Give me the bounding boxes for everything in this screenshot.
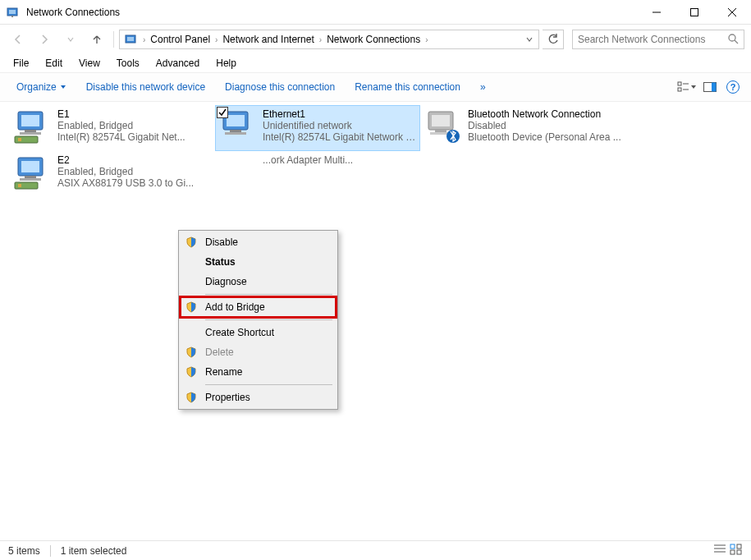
help-button[interactable]: ? (721, 77, 744, 97)
large-icons-view-button[interactable] (730, 544, 743, 558)
organize-button[interactable]: Organize (7, 78, 76, 96)
shield-icon (184, 235, 199, 250)
chevron-right-icon[interactable]: › (318, 35, 323, 44)
svg-rect-29 (435, 130, 446, 132)
menu-view[interactable]: View (71, 56, 108, 71)
network-adapter-icon (13, 108, 53, 145)
more-commands-button[interactable]: » (470, 78, 496, 96)
breadcrumb-network-internet[interactable]: Network and Internet (219, 30, 317, 48)
minimize-button[interactable] (638, 0, 675, 25)
status-selected-count: 1 item selected (61, 545, 127, 557)
svg-rect-26 (225, 132, 246, 135)
breadcrumb-control-panel[interactable]: Control Panel (147, 30, 213, 48)
menu-help[interactable]: Help (208, 56, 245, 71)
connection-device: Intel(R) 82574L Gigabit Net... (57, 131, 185, 143)
svg-rect-2 (11, 16, 13, 17)
view-options-button[interactable] (675, 77, 698, 97)
svg-rect-33 (21, 161, 39, 172)
window-controls (638, 0, 751, 25)
disable-device-button[interactable]: Disable this network device (76, 78, 215, 96)
connection-status: Unidentified network (263, 120, 417, 131)
titlebar: Network Connections (0, 0, 751, 25)
svg-rect-8 (127, 37, 134, 41)
search-input[interactable] (578, 34, 727, 45)
svg-rect-18 (21, 115, 39, 126)
connection-device: Intel(R) 82574L Gigabit Network C... (263, 131, 417, 143)
menu-tools[interactable]: Tools (108, 56, 148, 71)
connection-item-bluetooth[interactable]: Bluetooth Network Connection Disabled Bl… (420, 105, 625, 151)
svg-rect-28 (432, 115, 450, 126)
menu-file[interactable]: File (5, 56, 37, 71)
svg-rect-35 (20, 178, 41, 181)
network-adapter-icon (13, 154, 53, 190)
svg-line-10 (735, 40, 738, 44)
connection-device: ASIX AX88179 USB 3.0 to Gi... (57, 177, 194, 189)
rename-button[interactable]: Rename this connection (345, 78, 470, 96)
app-icon (7, 6, 20, 19)
menu-advanced[interactable]: Advanced (148, 56, 208, 71)
up-button[interactable] (85, 28, 108, 51)
network-adapter-disabled-icon (424, 108, 463, 145)
search-icon[interactable] (727, 33, 739, 47)
maximize-button[interactable] (675, 0, 713, 25)
chevron-right-icon[interactable]: › (424, 35, 429, 44)
svg-rect-43 (730, 550, 735, 554)
ctx-status[interactable]: Status (181, 252, 336, 272)
nav-separator (113, 31, 114, 48)
menubar: File Edit View Tools Advanced Help (0, 54, 751, 72)
checkbox-icon[interactable] (217, 107, 228, 118)
chevron-right-icon[interactable]: › (141, 35, 147, 44)
connection-item-e1[interactable]: E1 Enabled, Bridged Intel(R) 82574L Giga… (10, 105, 215, 151)
svg-rect-44 (737, 550, 741, 554)
ctx-separator (205, 319, 332, 320)
close-button[interactable] (713, 0, 751, 25)
chevron-right-icon[interactable]: › (213, 35, 219, 44)
back-button[interactable] (7, 28, 30, 51)
recent-dropdown[interactable] (59, 28, 82, 51)
svg-rect-24 (227, 115, 245, 126)
ctx-disable[interactable]: Disable (181, 232, 336, 252)
shield-icon (184, 345, 199, 360)
content-area: E1 Enabled, Bridged Intel(R) 82574L Giga… (0, 102, 751, 540)
status-bar: 5 items 1 item selected (0, 540, 751, 560)
shield-icon (184, 390, 199, 405)
svg-rect-1 (9, 10, 16, 14)
status-item-count: 5 items (8, 545, 40, 557)
connection-device: ...ork Adapter Multi... (263, 154, 353, 166)
connection-device: Bluetooth Device (Personal Area ... (468, 131, 621, 143)
svg-rect-34 (25, 176, 36, 178)
nav-row: › Control Panel › Network and Internet ›… (0, 25, 751, 54)
ctx-delete: Delete (181, 342, 336, 362)
refresh-button[interactable] (543, 30, 564, 49)
ctx-diagnose[interactable]: Diagnose (181, 272, 336, 291)
connection-item-partial[interactable]: ...ork Adapter Multi... (215, 151, 420, 197)
breadcrumb-network-connections[interactable]: Network Connections (323, 30, 424, 48)
svg-rect-11 (678, 82, 681, 85)
details-view-button[interactable] (713, 544, 726, 558)
svg-rect-22 (18, 138, 21, 141)
address-bar[interactable]: › Control Panel › Network and Internet ›… (119, 30, 539, 49)
address-dropdown[interactable] (522, 35, 537, 44)
ctx-separator (205, 294, 332, 295)
search-box[interactable] (572, 30, 744, 49)
menu-edit[interactable]: Edit (37, 56, 71, 71)
connection-item-e2[interactable]: E2 Enabled, Bridged ASIX AX88179 USB 3.0… (10, 151, 215, 197)
diagnose-button[interactable]: Diagnose this connection (215, 78, 345, 96)
svg-rect-20 (20, 132, 41, 135)
connection-item-ethernet1[interactable]: Ethernet1 Unidentified network Intel(R) … (215, 105, 420, 151)
svg-rect-41 (730, 544, 735, 549)
connection-name: Ethernet1 (263, 108, 417, 120)
connection-status: Disabled (468, 120, 621, 131)
svg-rect-4 (691, 8, 698, 16)
toolbar: Organize Disable this network device Dia… (0, 72, 751, 102)
ctx-rename[interactable]: Rename (181, 362, 336, 382)
svg-rect-12 (678, 88, 681, 91)
forward-button[interactable] (33, 28, 56, 51)
svg-rect-25 (230, 130, 241, 132)
preview-pane-button[interactable] (698, 77, 721, 97)
ctx-add-to-bridge[interactable]: Add to Bridge (181, 297, 336, 317)
svg-rect-42 (737, 544, 741, 549)
svg-rect-16 (712, 83, 717, 92)
ctx-properties[interactable]: Properties (181, 388, 336, 407)
ctx-create-shortcut[interactable]: Create Shortcut (181, 323, 336, 342)
